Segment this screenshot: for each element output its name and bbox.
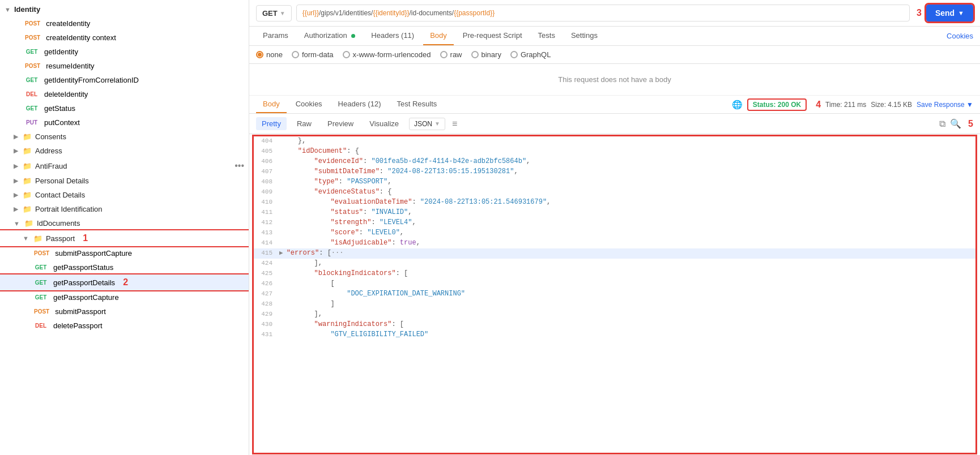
sidebar-folder-personaldetails[interactable]: ▶ 📁 Personal Details [0, 174, 249, 188]
sidebar-folder-portraitidentification[interactable]: ▶ 📁 Portrait Identification [0, 202, 249, 216]
folder-label: Consents [35, 132, 66, 141]
chevron-right-icon: ▶ [14, 133, 18, 140]
url-display[interactable]: {{url}}/gips/v1/identities/{{identityId}… [296, 5, 910, 22]
body-type-urlencoded-label: x-www-form-urlencoded [353, 50, 431, 59]
body-type-binary-label: binary [482, 50, 501, 59]
method-badge-get: GET [23, 48, 41, 55]
json-line-413: 413 "score": "LEVEL0", [254, 228, 975, 238]
body-type-binary[interactable]: binary [471, 50, 501, 59]
sidebar-item-createidentity[interactable]: POST createIdentity [0, 16, 249, 31]
body-type-raw[interactable]: raw [440, 50, 462, 59]
tab-headers[interactable]: Headers (11) [364, 27, 421, 45]
main-panel: GET ▼ {{url}}/gips/v1/identities/{{ident… [249, 0, 980, 455]
view-controls-bar: Pretty Raw Preview Visualize JSON ▼ ≡ ⧉ … [249, 114, 980, 134]
chevron-down-icon: ▼ [14, 220, 20, 227]
method-badge-post: POST [32, 250, 52, 257]
method-badge-get: GET [32, 294, 50, 301]
url-path: /gips/v1/identities/ [319, 9, 373, 17]
folder-label-passport: Passport [46, 234, 75, 243]
body-type-graphql[interactable]: GraphQL [510, 50, 551, 59]
response-size: Size: 4.15 KB [871, 101, 912, 109]
sidebar-identity-header[interactable]: ▼ Identity [0, 2, 249, 16]
radio-formdata [292, 51, 299, 58]
json-line-408: 408 "type": "PASSPORT", [254, 177, 975, 187]
sidebar-folder-passport[interactable]: ▼ 📁 Passport 1 [0, 230, 249, 246]
sidebar-item-resumeidentity[interactable]: POST resumeIdentity [0, 59, 249, 73]
response-tab-cookies[interactable]: Cookies [289, 96, 329, 113]
format-select[interactable]: JSON ▼ [409, 118, 445, 130]
view-pretty-button[interactable]: Pretty [256, 117, 287, 130]
label-4: 4 [816, 100, 821, 110]
globe-icon[interactable]: 🌐 [732, 100, 743, 110]
method-select[interactable]: GET ▼ [256, 5, 292, 22]
sidebar-item-getpassportdetails[interactable]: GET getPassportDetails 2 [0, 274, 249, 290]
expand-arrow-415[interactable]: ▶ [279, 249, 283, 256]
sidebar-item-label: createIdentity [46, 19, 90, 28]
sidebar-folder-consents[interactable]: ▶ 📁 Consents [0, 130, 249, 144]
url-bar: GET ▼ {{url}}/gips/v1/identities/{{ident… [249, 0, 980, 27]
tab-params[interactable]: Params [256, 27, 295, 45]
auth-dot [351, 34, 355, 38]
tab-settings[interactable]: Settings [564, 27, 604, 45]
save-response-button[interactable]: Save Response ▼ [917, 101, 973, 109]
response-tab-headers[interactable]: Headers (12) [331, 96, 388, 113]
body-type-raw-label: raw [450, 50, 462, 59]
filter-icon[interactable]: ≡ [452, 119, 457, 129]
sidebar-item-getpassportcapture[interactable]: GET getPassportCapture [0, 290, 249, 304]
sidebar-folder-antifraud[interactable]: ▶ 📁 AntiFraud ••• [0, 158, 249, 174]
sidebar-folder-iddocuments[interactable]: ▼ 📁 IdDocuments [0, 216, 249, 230]
sidebar-item-submitpassport[interactable]: POST submitPassport [0, 304, 249, 319]
folder-label: IdDocuments [37, 219, 80, 227]
body-type-formdata[interactable]: form-data [292, 50, 334, 59]
send-button[interactable]: Send ▼ [926, 5, 973, 22]
label-2: 2 [123, 277, 128, 287]
folder-icon: 📁 [23, 132, 32, 141]
sidebar-item-label: createIdentity context [46, 33, 116, 42]
radio-raw [440, 51, 448, 58]
tab-tests[interactable]: Tests [531, 27, 562, 45]
sidebar-item-deleteidentity[interactable]: DEL deleteIdentity [0, 87, 249, 101]
view-raw-button[interactable]: Raw [291, 117, 317, 130]
sidebar-item-getidentityfromcorrelationid[interactable]: GET getIdentityFromCorrelationID [0, 73, 249, 87]
tab-prerequest[interactable]: Pre-request Script [456, 27, 529, 45]
sidebar-item-getpassportstatus[interactable]: GET getPassportStatus [0, 260, 249, 274]
view-visualize-button[interactable]: Visualize [364, 117, 404, 130]
sidebar-item-deletepassport[interactable]: DEL deletePassport [0, 319, 249, 333]
folder-icon: 📁 [33, 234, 42, 243]
tab-authorization[interactable]: Authorization [297, 27, 363, 45]
body-types-bar: none form-data x-www-form-urlencoded raw… [249, 46, 980, 64]
method-badge-get: GET [32, 279, 50, 286]
json-line-428: 428 ] [254, 299, 975, 310]
more-options-icon[interactable]: ••• [235, 161, 244, 171]
folder-label: Portrait Identification [35, 205, 103, 213]
response-tab-testresults[interactable]: Test Results [390, 96, 444, 113]
copy-icon[interactable]: ⧉ [939, 119, 945, 129]
label-3: 3 [917, 8, 922, 18]
request-tabs-bar: Params Authorization Headers (11) Body P… [249, 27, 980, 46]
method-badge-post: POST [23, 20, 42, 27]
body-type-none[interactable]: none [256, 50, 283, 59]
sidebar-item-submitpassportcapture[interactable]: POST submitPassportCapture [0, 246, 249, 260]
folder-label: Contact Details [35, 191, 85, 199]
body-type-urlencoded[interactable]: x-www-form-urlencoded [343, 50, 431, 59]
sidebar-item-putcontext[interactable]: PUT putContext [0, 115, 249, 130]
sidebar-folder-contactdetails[interactable]: ▶ 📁 Contact Details [0, 188, 249, 202]
view-preview-button[interactable]: Preview [322, 117, 359, 130]
method-badge-post: POST [32, 308, 52, 315]
sidebar-item-createidentitycontext[interactable]: POST createIdentity context [0, 31, 249, 45]
sidebar-item-getstatus[interactable]: GET getStatus [0, 101, 249, 115]
radio-binary [471, 51, 479, 58]
method-badge-post: POST [23, 62, 42, 70]
chevron-right-icon: ▶ [14, 205, 18, 213]
sidebar-item-getidentity[interactable]: GET getIdentity [0, 45, 249, 59]
json-line-424: 424 ], [254, 259, 975, 269]
format-dropdown-icon: ▼ [434, 121, 440, 127]
response-tab-body[interactable]: Body [256, 96, 287, 113]
sidebar-folder-address[interactable]: ▶ 📁 Address [0, 144, 249, 158]
sidebar-item-label: submitPassportCapture [55, 249, 132, 257]
tab-body[interactable]: Body [423, 27, 454, 45]
search-icon[interactable]: 🔍 [950, 118, 961, 129]
folder-label: Personal Details [35, 177, 89, 185]
cookies-link[interactable]: Cookies [947, 32, 973, 40]
sidebar-item-label: putContext [44, 118, 80, 127]
